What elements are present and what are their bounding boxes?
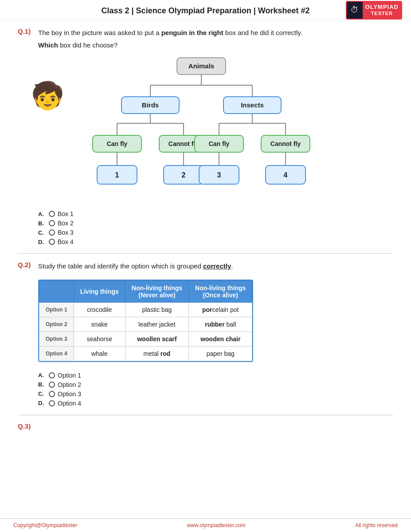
td-option2-living: snake bbox=[74, 317, 125, 331]
q1-diagram: 🧒 Animals Birds Insects bbox=[18, 53, 393, 204]
question-1: Q.1) The boy in the picture was asked to… bbox=[18, 28, 393, 245]
td-option4-once: paper bag bbox=[189, 346, 252, 361]
radio-q2-a[interactable] bbox=[49, 372, 55, 378]
footer-left: Copyright@Olympiadtester bbox=[13, 522, 77, 528]
q3-label: Q.3) bbox=[18, 422, 393, 430]
td-option2-once: rubber ball bbox=[189, 317, 252, 331]
td-option1-once: porcelain pot bbox=[189, 302, 252, 317]
q2-option-b[interactable]: B. Option 2 bbox=[38, 381, 393, 388]
svg-text:Insects: Insects bbox=[241, 101, 264, 109]
q2-q3-divider bbox=[18, 415, 393, 415]
td-option2-never: leather jacket bbox=[125, 317, 188, 331]
tree-diagram: Animals Birds Insects bbox=[82, 53, 330, 204]
q1-label: Q.1) The boy in the picture was asked to… bbox=[18, 28, 393, 38]
q1-text: The boy in the picture was asked to put … bbox=[38, 28, 302, 38]
q1-option-a[interactable]: A. Box 1 bbox=[38, 210, 393, 217]
radio-q2-b[interactable] bbox=[49, 382, 55, 388]
q2-option-a[interactable]: A. Option 1 bbox=[38, 372, 393, 379]
title-text: Class 2 | Science Olympiad Preparation |… bbox=[102, 6, 310, 15]
td-option4-label: Option 4 bbox=[39, 346, 74, 361]
svg-text:4: 4 bbox=[283, 171, 287, 179]
radio-q2-c[interactable] bbox=[49, 391, 55, 397]
page-header: Class 2 | Science Olympiad Preparation |… bbox=[0, 0, 411, 20]
q1-options: A. Box 1 B. Box 2 C. Box 3 D. Box 4 bbox=[38, 210, 393, 245]
table-row: Option 3 seahorse woollen scarf wooden c… bbox=[39, 331, 252, 346]
td-option3-label: Option 3 bbox=[39, 331, 74, 346]
th-living: Living things bbox=[74, 280, 125, 302]
boy-figure: 🧒 bbox=[31, 80, 64, 111]
footer-right: All rights reserved bbox=[355, 522, 398, 528]
svg-text:Animals: Animals bbox=[188, 62, 214, 70]
td-option3-once: wooden chair bbox=[189, 331, 252, 346]
logo-icon: ⏱ bbox=[347, 2, 363, 19]
svg-text:1: 1 bbox=[115, 171, 119, 179]
main-content: Q.1) The boy in the picture was asked to… bbox=[0, 20, 411, 447]
q2-table: Living things Non-living things(Never al… bbox=[39, 280, 252, 361]
page-footer: Copyright@Olympiadtester www.olympiadtes… bbox=[0, 518, 411, 532]
radio-b[interactable] bbox=[49, 220, 55, 226]
logo-line2: TESTER bbox=[371, 11, 393, 16]
olympiad-logo: ⏱ OLYMPIAD TESTER bbox=[346, 1, 402, 20]
svg-text:Can fly: Can fly bbox=[208, 140, 229, 147]
q2-option-c[interactable]: C. Option 3 bbox=[38, 390, 393, 398]
td-option1-label: Option 1 bbox=[39, 302, 74, 317]
svg-text:Can fly: Can fly bbox=[106, 140, 127, 147]
radio-q2-d[interactable] bbox=[49, 400, 55, 406]
question-3: Q.3) bbox=[18, 422, 393, 430]
table-row: Option 2 snake leather jacket rubber bal… bbox=[39, 317, 252, 331]
q2-option-d[interactable]: D. Option 4 bbox=[38, 400, 393, 407]
footer-center: www.olympiadtester.com bbox=[187, 522, 246, 528]
svg-text:3: 3 bbox=[217, 171, 221, 179]
q2-label: Q.2) Study the table and identify the op… bbox=[18, 261, 393, 271]
td-option2-label: Option 2 bbox=[39, 317, 74, 331]
q2-table-wrapper: Living things Non-living things(Never al… bbox=[38, 280, 253, 362]
logo-line1: OLYMPIAD bbox=[365, 4, 399, 11]
td-option3-living: seahorse bbox=[74, 331, 125, 346]
q1-q2-divider bbox=[18, 253, 393, 254]
td-option4-never: metal rod bbox=[125, 346, 188, 361]
radio-a[interactable] bbox=[49, 211, 55, 217]
logo-text: OLYMPIAD TESTER bbox=[363, 2, 401, 19]
radio-d[interactable] bbox=[49, 239, 55, 245]
header-title: Class 2 | Science Olympiad Preparation |… bbox=[9, 6, 402, 16]
td-option1-never: plastic bag bbox=[125, 302, 188, 317]
td-option4-living: whale bbox=[74, 346, 125, 361]
q3-number: Q.3) bbox=[18, 422, 34, 430]
question-2: Q.2) Study the table and identify the op… bbox=[18, 261, 393, 406]
th-empty bbox=[39, 280, 74, 302]
svg-text:Cannot fly: Cannot fly bbox=[270, 140, 301, 147]
q2-options: A. Option 1 B. Option 2 C. Option 3 D. O… bbox=[38, 372, 393, 407]
svg-text:2: 2 bbox=[181, 171, 185, 179]
table-row: Option 1 crocodile plastic bag porcelain… bbox=[39, 302, 252, 317]
q1-subtext: Which box did he choose? bbox=[38, 41, 393, 49]
th-nonliving-once: Non-living things(Once alive) bbox=[189, 280, 252, 302]
q2-number: Q.2) bbox=[18, 261, 34, 268]
q1-option-d[interactable]: D. Box 4 bbox=[38, 238, 393, 245]
svg-text:Birds: Birds bbox=[141, 101, 158, 109]
th-nonliving-never: Non-living things(Never alive) bbox=[125, 280, 188, 302]
table-row: Option 4 whale metal rod paper bag bbox=[39, 346, 252, 361]
td-option3-never: woollen scarf bbox=[125, 331, 188, 346]
q1-option-c[interactable]: C. Box 3 bbox=[38, 229, 393, 236]
q1-option-b[interactable]: B. Box 2 bbox=[38, 220, 393, 227]
radio-c[interactable] bbox=[49, 229, 55, 236]
q1-number: Q.1) bbox=[18, 28, 34, 35]
q2-text: Study the table and identify the option … bbox=[38, 261, 233, 271]
td-option1-living: crocodile bbox=[74, 302, 125, 317]
